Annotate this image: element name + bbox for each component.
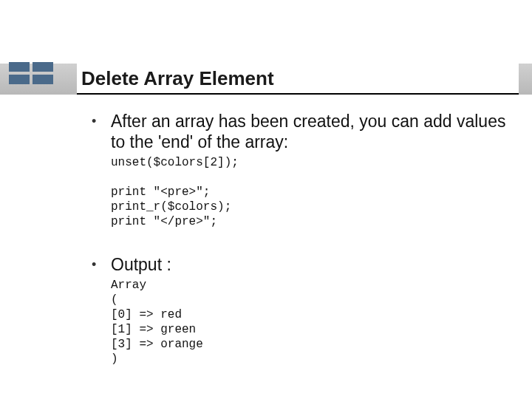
bullet-item: • Output : Array ( [0] => red [1] => gre… <box>89 254 510 366</box>
slide-title: Delete Array Element <box>81 67 274 90</box>
logo-grid-icon <box>9 62 53 84</box>
bullet-dot-icon: • <box>89 111 111 229</box>
bullet-dot-icon: • <box>89 254 111 366</box>
bullet-item: • After an array has been created, you c… <box>89 111 510 229</box>
bullet-text: Output : <box>111 254 510 275</box>
bullet-text: After an array has been created, you can… <box>111 111 510 152</box>
content-area: • After an array has been created, you c… <box>89 111 510 371</box>
code-block: unset($colors[2]); print "<pre>"; print_… <box>111 155 510 229</box>
title-bar: Delete Array Element <box>77 64 519 95</box>
code-block: Array ( [0] => red [1] => green [3] => o… <box>111 278 510 366</box>
